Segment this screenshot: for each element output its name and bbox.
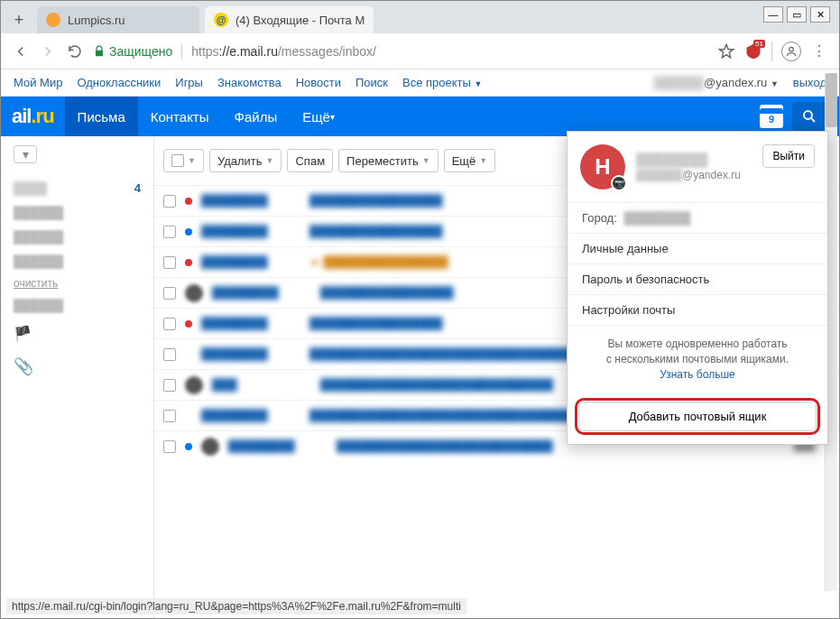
select-all-checkbox[interactable]: ▼: [163, 149, 204, 172]
learn-more-link[interactable]: Узнать больше: [660, 368, 734, 381]
spam-button[interactable]: Спам: [287, 149, 333, 172]
profile-button[interactable]: [781, 42, 801, 61]
folder-item[interactable]: ██████: [1, 293, 153, 318]
nav-messages[interactable]: Письма: [65, 97, 138, 136]
city-item[interactable]: Город: ████████: [568, 202, 827, 233]
portal-link[interactable]: Поиск: [355, 76, 388, 89]
row-checkbox[interactable]: [163, 226, 176, 238]
url-text[interactable]: https://e.mail.ru/messages/inbox/: [191, 44, 708, 59]
close-window-button[interactable]: ✕: [810, 6, 830, 23]
portal-link[interactable]: Новости: [296, 76, 341, 89]
delete-button[interactable]: Удалить▼: [209, 149, 282, 172]
portal-link[interactable]: Игры: [175, 76, 203, 89]
row-checkbox[interactable]: [163, 195, 176, 208]
nav-contacts[interactable]: Контакты: [138, 97, 222, 136]
row-checkbox[interactable]: [163, 287, 176, 300]
nav-more[interactable]: Ещё ▾: [290, 97, 347, 136]
account-dropdown: Н 📷 ████████ ██████@yandex.ru Выйти Горо…: [567, 131, 828, 445]
tab-mailru[interactable]: @ (4) Входящие - Почта M: [205, 6, 374, 33]
row-checkbox[interactable]: [163, 379, 176, 392]
nav-files[interactable]: Файлы: [222, 97, 291, 136]
tab-lumpics[interactable]: Lumpics.ru: [37, 6, 199, 33]
sidebar: ▾ ████4 ██████ ██████ ██████ очистить ██…: [1, 136, 154, 618]
folder-item[interactable]: ██████: [1, 200, 153, 225]
new-tab-button[interactable]: +: [6, 7, 32, 32]
avatar[interactable]: Н 📷: [580, 144, 625, 189]
folder-item[interactable]: ██████: [1, 225, 153, 249]
folder-item[interactable]: ██████: [1, 249, 153, 273]
calendar-icon[interactable]: 9: [760, 105, 783, 128]
logout-button[interactable]: Выйти: [762, 144, 815, 168]
forward-button[interactable]: [39, 42, 57, 60]
reload-button[interactable]: [66, 42, 84, 60]
password-security-item[interactable]: Пароль и безопасность: [568, 263, 827, 294]
svg-point-1: [804, 111, 812, 119]
user-info: ████████ ██████@yandex.ru: [636, 152, 752, 181]
compose-mini-button[interactable]: ▾: [14, 145, 37, 163]
menu-button[interactable]: ⋮: [810, 42, 828, 60]
address-bar: Защищено https://e.mail.ru/messages/inbo…: [1, 33, 839, 69]
row-checkbox[interactable]: [163, 410, 176, 422]
minimize-button[interactable]: —: [763, 6, 783, 23]
back-button[interactable]: [12, 42, 30, 60]
tab-favicon: @: [214, 13, 228, 27]
user-email: ██████@yandex.ru: [636, 169, 752, 181]
adblock-icon[interactable]: 51: [744, 42, 762, 60]
move-button[interactable]: Переместить▼: [338, 149, 438, 172]
star-icon[interactable]: [717, 42, 735, 60]
row-checkbox[interactable]: [163, 348, 176, 361]
add-mailbox-button[interactable]: Добавить почтовый ящик: [578, 402, 817, 431]
portal-link[interactable]: Мой Мир: [14, 76, 62, 89]
content-area: ▾ ████4 ██████ ██████ ██████ очистить ██…: [1, 136, 839, 618]
portal-logout[interactable]: выход: [793, 76, 826, 89]
window-controls: — ▭ ✕: [763, 6, 830, 23]
search-button[interactable]: [792, 102, 826, 131]
tab-label: Lumpics.ru: [68, 14, 125, 27]
mail-settings-item[interactable]: Настройки почты: [568, 294, 827, 325]
tab-bar: + Lumpics.ru @ (4) Входящие - Почта M: [1, 1, 839, 33]
portal-account[interactable]: ██████@yandex.ru ▼: [654, 76, 779, 89]
more-actions-button[interactable]: Ещё▼: [444, 149, 496, 172]
main-column: ▼ Удалить▼ Спам Переместить▼ Ещё▼ Вид▼ █…: [154, 136, 839, 618]
mailru-logo[interactable]: ail.ru: [1, 105, 65, 128]
portal-bar: Мой Мир Одноклассники Игры Знакомства Но…: [1, 69, 839, 97]
multi-account-info: Вы можете одновременно работать с нескол…: [568, 325, 827, 393]
tab-label: (4) Входящие - Почта M: [235, 14, 365, 27]
folder-inbox[interactable]: ████4: [1, 176, 153, 200]
camera-icon[interactable]: 📷: [611, 175, 627, 191]
user-name: ████████: [636, 152, 752, 167]
clear-link[interactable]: очистить: [1, 273, 153, 293]
secure-indicator[interactable]: Защищено: [93, 44, 172, 59]
svg-point-0: [789, 47, 794, 51]
maximize-button[interactable]: ▭: [787, 6, 807, 23]
row-checkbox[interactable]: [163, 256, 176, 269]
status-bar: https://e.mail.ru/cgi-bin/login?lang=ru_…: [6, 598, 466, 614]
portal-link[interactable]: Одноклассники: [77, 76, 161, 89]
portal-link-all-projects[interactable]: Все проекты ▼: [402, 76, 482, 89]
scrollbar-thumb[interactable]: [826, 73, 837, 127]
flag-icon[interactable]: 🏴: [1, 318, 153, 349]
portal-link[interactable]: Знакомства: [217, 76, 282, 89]
row-checkbox[interactable]: [163, 318, 176, 330]
tab-favicon: [46, 13, 60, 27]
account-header: Н 📷 ████████ ██████@yandex.ru Выйти: [568, 132, 827, 202]
personal-data-item[interactable]: Личные данные: [568, 233, 827, 263]
row-checkbox[interactable]: [163, 440, 176, 453]
attachment-icon[interactable]: 📎: [1, 349, 153, 383]
